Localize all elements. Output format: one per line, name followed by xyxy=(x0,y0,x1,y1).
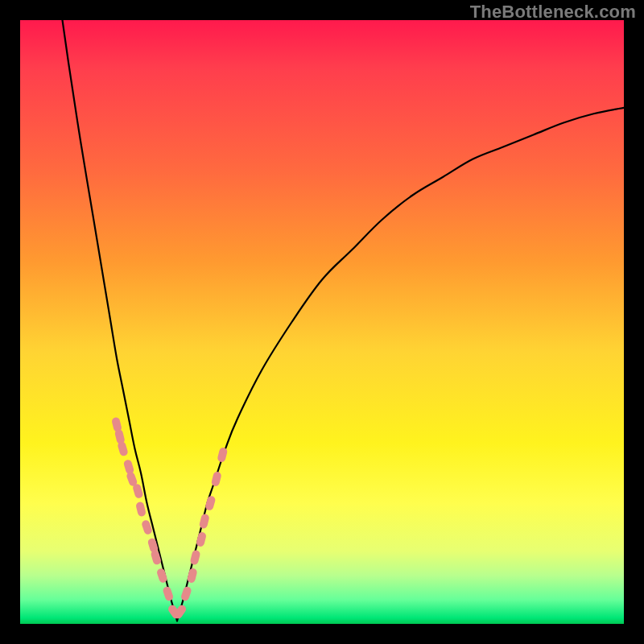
bead xyxy=(199,514,210,530)
bead xyxy=(162,585,174,601)
chart-frame: TheBottleneck.com xyxy=(0,0,644,644)
bead xyxy=(135,502,147,518)
bead xyxy=(180,585,192,601)
plot-area xyxy=(20,20,624,624)
bead-markers xyxy=(111,417,228,621)
curve-layer xyxy=(20,20,624,624)
bead xyxy=(189,550,200,566)
bead xyxy=(217,447,228,463)
curve-right-branch xyxy=(177,108,624,621)
curve-left-branch xyxy=(63,20,178,621)
bead xyxy=(211,471,222,487)
watermark-text: TheBottleneck.com xyxy=(470,2,636,23)
